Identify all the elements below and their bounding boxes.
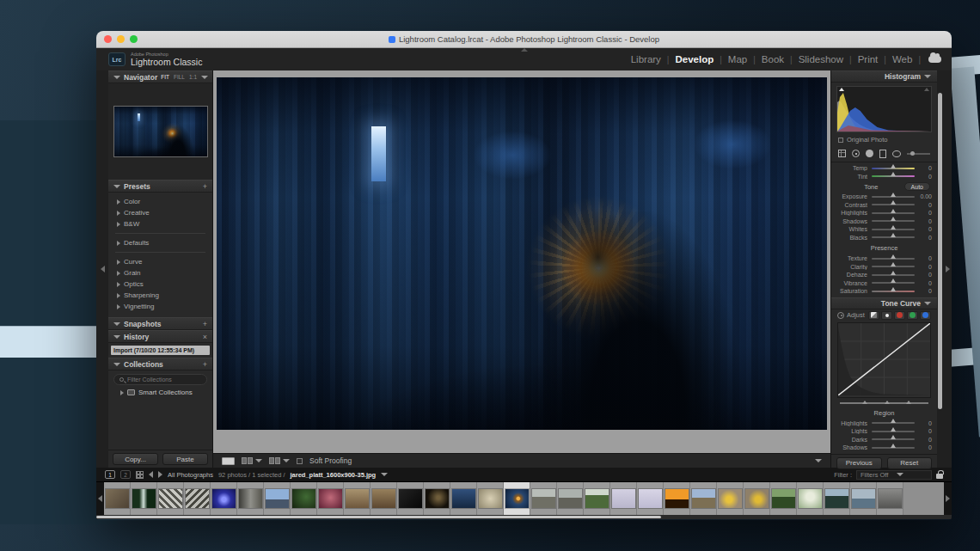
radial-filter-icon[interactable] (892, 150, 901, 157)
grid-view-icon[interactable] (136, 471, 144, 479)
filmstrip-thumbnail[interactable] (371, 482, 397, 515)
slider-saturation[interactable]: Saturation0 (831, 287, 937, 296)
slider-track[interactable] (872, 212, 915, 214)
filmstrip-thumbnail[interactable] (424, 482, 450, 515)
collection-smart-collections[interactable]: Smart Collections (108, 387, 212, 398)
presets-header[interactable]: Presets + (108, 180, 212, 193)
histogram-header[interactable]: Histogram (831, 70, 937, 83)
filmstrip-thumbnail[interactable] (664, 482, 690, 515)
preset-group-vignetting[interactable]: Vignetting (108, 301, 212, 312)
zoom-ratio-dropdown-icon[interactable] (201, 76, 208, 79)
slider-track[interactable] (872, 236, 915, 238)
preset-group-optics[interactable]: Optics (108, 279, 212, 290)
minimize-window-button[interactable] (117, 35, 125, 43)
slider-thumb[interactable] (891, 287, 896, 291)
filmstrip-thumbnail[interactable] (264, 482, 291, 515)
slider-track[interactable] (872, 447, 915, 449)
filmstrip-thumbnail[interactable] (530, 482, 557, 515)
clear-history-button[interactable]: × (203, 333, 207, 341)
filmstrip-source[interactable]: All Photographs (168, 471, 213, 479)
filmstrip-thumbnail[interactable] (744, 482, 770, 515)
module-web[interactable]: Web (892, 54, 912, 64)
filmstrip-thumbnail[interactable] (317, 482, 344, 515)
right-panel-scrollbar[interactable] (937, 70, 943, 468)
filmstrip-thumbnail[interactable] (797, 482, 824, 515)
preset-group-creative[interactable]: Creative (108, 207, 212, 218)
slider-track[interactable] (872, 274, 915, 276)
close-window-button[interactable] (104, 35, 112, 43)
filmstrip-thumbnail[interactable] (637, 482, 664, 515)
slider-thumb[interactable] (891, 233, 896, 237)
slider-track[interactable] (872, 431, 915, 432)
module-slideshow[interactable]: Slideshow (799, 54, 843, 64)
preset-group-curve[interactable]: Curve (108, 256, 212, 267)
history-item-import[interactable]: Import (7/10/20 12:55:34 PM) (111, 346, 210, 355)
chevron-down-icon[interactable] (283, 459, 290, 462)
filmstrip-thumbnail[interactable] (211, 482, 237, 515)
filmstrip-thumbnail[interactable] (237, 482, 264, 515)
preset-group-sharpening[interactable]: Sharpening (108, 290, 212, 301)
copy-button[interactable]: Copy... (113, 453, 158, 465)
red-channel-button[interactable] (894, 311, 905, 320)
slider-track[interactable] (872, 291, 915, 292)
slider-thumb[interactable] (891, 435, 896, 439)
collapse-top-panel-arrow[interactable] (521, 48, 528, 52)
filmstrip-scroll-right-arrow[interactable] (944, 482, 952, 515)
filmstrip-thumbnail[interactable] (504, 482, 530, 515)
soft-proofing-checkbox[interactable] (297, 458, 303, 464)
expand-icon[interactable] (120, 390, 124, 395)
filmstrip-thumbnail[interactable] (824, 482, 850, 515)
slider-darks[interactable]: Darks0 (831, 436, 937, 444)
slider-shadows[interactable]: Shadows0 (831, 217, 937, 226)
zoom-fit-button[interactable]: FIT (161, 74, 169, 80)
reset-button[interactable]: Reset (887, 457, 933, 469)
preset-group-color[interactable]: Color (108, 196, 212, 207)
slider-dehaze[interactable]: Dehaze0 (831, 271, 937, 279)
add-collection-button[interactable]: + (203, 360, 207, 369)
left-panel-collapse-strip[interactable] (96, 70, 108, 468)
zoom-fill-button[interactable]: FILL (174, 74, 185, 80)
paste-button[interactable]: Paste (162, 453, 208, 465)
adjustment-brush-icon[interactable] (907, 153, 930, 155)
slider-thumb[interactable] (891, 164, 896, 168)
filmstrip-thumbnail[interactable] (557, 482, 584, 515)
filmstrip-scroll-left-arrow[interactable] (96, 482, 104, 515)
collapse-left-panel-arrow[interactable] (101, 266, 105, 272)
collections-filter-box[interactable] (113, 374, 207, 385)
tone-curve-header[interactable]: Tone Curve (831, 297, 937, 309)
midtone-split-handle[interactable] (885, 401, 890, 404)
curve-split-sliders[interactable] (840, 401, 928, 407)
previous-button[interactable]: Previous (836, 457, 882, 469)
slider-whites[interactable]: Whites0 (831, 225, 937, 234)
slider-track[interactable] (872, 196, 915, 198)
slider-vibrance[interactable]: Vibrance0 (831, 279, 937, 288)
filmstrip-thumbnail[interactable] (104, 482, 131, 515)
slider-track[interactable] (872, 168, 915, 169)
slider-thumb[interactable] (891, 200, 896, 205)
blue-channel-button[interactable] (920, 311, 931, 320)
green-channel-button[interactable] (907, 311, 918, 320)
scrollbar-thumb[interactable] (938, 93, 942, 409)
highlight-split-handle[interactable] (906, 401, 911, 404)
filmstrip-thumbnail[interactable] (770, 482, 797, 515)
main-window-button[interactable]: 1 (105, 470, 115, 479)
history-header[interactable]: History × (108, 330, 212, 343)
zoom-window-button[interactable] (130, 35, 138, 43)
add-preset-button[interactable]: + (203, 182, 207, 191)
slider-exposure[interactable]: Exposure0.00 (831, 193, 937, 201)
navigator-preview-image[interactable] (113, 106, 208, 157)
shadow-split-handle[interactable] (862, 401, 867, 404)
slider-track[interactable] (872, 282, 915, 284)
filmstrip-thumbnail[interactable] (850, 482, 877, 515)
before-after-left-right[interactable] (242, 457, 262, 464)
filmstrip-thumbnail[interactable] (477, 482, 504, 515)
slider-thumb[interactable] (891, 225, 896, 230)
filmstrip-thumbnail[interactable] (291, 482, 317, 515)
filmstrip-thumbnail[interactable] (717, 482, 744, 515)
filmstrip-thumbnail[interactable] (877, 482, 903, 515)
slider-track[interactable] (872, 204, 915, 205)
slider-thumb[interactable] (891, 279, 896, 283)
slider-track[interactable] (872, 258, 915, 260)
tone-curve-graph[interactable] (837, 322, 931, 398)
snapshots-header[interactable]: Snapshots + (108, 317, 212, 330)
